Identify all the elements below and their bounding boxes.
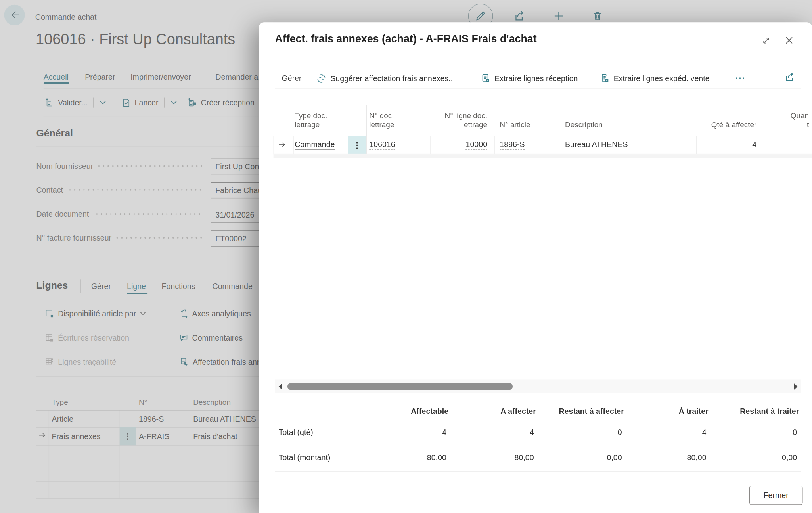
total-qty-value: 4: [358, 428, 446, 436]
col-header-qty-to-assign[interactable]: Qté à affecter: [695, 120, 757, 130]
col-header-qty-cut[interactable]: Quant: [773, 111, 809, 130]
suggest-sparkles-icon: [316, 73, 327, 84]
total-amount-value: 0,00: [709, 453, 797, 462]
grid-line: [366, 105, 366, 154]
horizontal-scrollbar[interactable]: [275, 379, 801, 393]
scroll-left-icon[interactable]: [277, 382, 283, 390]
cell-description[interactable]: Bureau ATHENES: [565, 140, 628, 149]
dialog-get-shipment-button[interactable]: Extraire lignes expéd. vente: [599, 72, 709, 84]
dialog-get-receipt-button[interactable]: Extraire lignes réception: [481, 72, 578, 84]
total-qty-value: 4: [619, 428, 707, 436]
total-amount-value: 80,00: [358, 453, 446, 462]
cell-doc-line-no[interactable]: 10000: [428, 140, 487, 149]
row-arrow-icon: [278, 140, 286, 149]
cell-doc-type[interactable]: Commande: [295, 140, 335, 149]
charge-assignment-dialog: Affect. frais annexes (achat) - A-FRAIS …: [259, 22, 812, 513]
divider: [275, 471, 801, 472]
expand-diagonal-icon: [761, 35, 771, 45]
totals-header-restant-traiter: Restant à traiter: [711, 406, 799, 415]
total-amount-value: 80,00: [446, 453, 534, 462]
expand-dialog-button[interactable]: [759, 34, 773, 47]
dialog-title: Affect. frais annexes (achat) - A-FRAIS …: [275, 33, 537, 45]
share-out-icon: [784, 71, 796, 83]
scrollbar-thumb[interactable]: [287, 383, 513, 390]
grid-line: [494, 136, 495, 154]
grid-empty-strip: [274, 154, 812, 158]
cell-item-no[interactable]: 1896-S: [500, 140, 525, 149]
dialog-get-receipt-label: Extraire lignes réception: [494, 74, 578, 82]
ellipsis-horizontal-icon: [734, 73, 746, 84]
dialog-manage-button[interactable]: Gérer: [282, 73, 302, 83]
close-x-icon: [784, 35, 794, 46]
total-qty-value: 4: [446, 428, 534, 436]
totals-header-affectable: Affectable: [360, 406, 448, 415]
get-lines-document-icon: [481, 73, 491, 83]
cell-doc-no[interactable]: 106016: [369, 140, 395, 149]
col-header-doc-no[interactable]: N° doc.lettrage: [369, 111, 394, 130]
scroll-right-icon[interactable]: [792, 382, 799, 390]
dialog-get-shipment-label: Extraire lignes expéd. vente: [614, 74, 710, 82]
col-header-doc-type[interactable]: Type doc.lettrage: [295, 111, 327, 130]
close-dialog-button[interactable]: [783, 34, 796, 47]
col-header-item-no[interactable]: N° article: [500, 120, 530, 130]
total-qty-value: 0: [709, 428, 797, 436]
col-header-doc-line-no[interactable]: N° ligne doc.lettrage: [428, 111, 487, 130]
more-actions-button[interactable]: [733, 72, 747, 84]
grid-line: [274, 154, 812, 154]
total-amount-label: Total (montant): [279, 453, 331, 462]
dialog-share-button[interactable]: [783, 71, 797, 84]
totals-header-restant-affecter: Restant à affecter: [536, 406, 624, 415]
total-amount-value: 0,00: [534, 453, 622, 462]
cell-qty-to-assign[interactable]: 4: [695, 140, 757, 149]
grid-line: [762, 136, 762, 154]
total-qty-label: Total (qté): [279, 428, 313, 436]
fermer-button[interactable]: Fermer: [749, 486, 803, 505]
dialog-grid: Type doc.lettrage N° doc.lettrage N° lig…: [259, 22, 812, 513]
grid-line: [293, 136, 293, 154]
totals-header-a-affecter: A affecter: [448, 406, 536, 415]
dialog-suggest-button[interactable]: Suggérer affectation frais annexes...: [316, 72, 455, 84]
dialog-suggest-label: Suggérer affectation frais annexes...: [330, 74, 455, 82]
col-header-description[interactable]: Description: [565, 120, 603, 130]
total-qty-value: 0: [534, 428, 622, 436]
divider: [275, 88, 801, 88]
ellipsis-vertical-icon: [348, 136, 366, 149]
totals-header-a-traiter: À traiter: [620, 406, 709, 415]
grid-line: [274, 136, 274, 154]
get-lines-document-icon: [599, 73, 610, 83]
grid-line: [557, 136, 557, 154]
row-menu-cell[interactable]: [348, 136, 366, 154]
total-amount-value: 80,00: [619, 453, 707, 462]
